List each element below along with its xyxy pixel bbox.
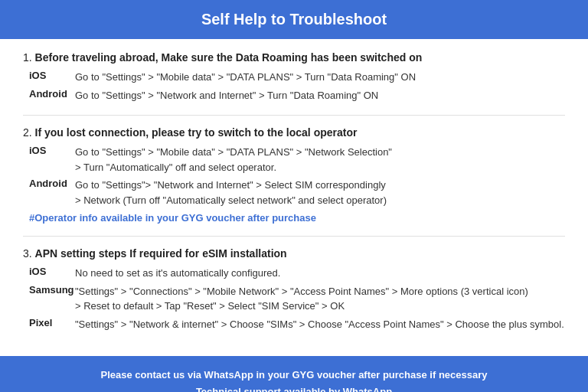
- platform-android-2: Android: [29, 178, 75, 193]
- footer-line1: Please contact us via WhatsApp in your G…: [15, 367, 573, 384]
- section-1: 1. Before traveling abroad, Make sure th…: [23, 51, 565, 103]
- ios-instruction-3: No need to set as it's automatically con…: [75, 266, 280, 281]
- ios-continuation-2: > Turn "Automatically" off and select op…: [29, 160, 565, 175]
- section-3: 3. APN setting steps If required for eSI…: [23, 236, 565, 332]
- section-2-android: Android Go to "Settings"> "Network and I…: [23, 178, 565, 207]
- platform-ios-3: iOS: [29, 266, 75, 281]
- section-2: 2. If you lost connection, please try to…: [23, 115, 565, 224]
- android-instruction-2: Go to "Settings"> "Network and Internet"…: [75, 178, 386, 193]
- pixel-instruction-3: "Settings" > "Network & internet" > Choo…: [75, 317, 564, 332]
- platform-android-1: Android: [29, 88, 75, 103]
- section-3-pixel: Pixel "Settings" > "Network & internet" …: [23, 317, 565, 332]
- operator-note: #Operator info available in your GYG vou…: [23, 212, 565, 224]
- page-footer: Please contact us via WhatsApp in your G…: [0, 356, 588, 392]
- section-1-android: Android Go to "Settings" > "Network and …: [23, 88, 565, 103]
- section-3-ios: iOS No need to set as it's automatically…: [23, 266, 565, 281]
- platform-pixel-3: Pixel: [29, 317, 75, 332]
- platform-samsung-3: Samsung: [29, 284, 75, 299]
- ios-instruction-1: Go to "Settings" > "Mobile data" > "DATA…: [75, 70, 416, 85]
- platform-ios-1: iOS: [29, 70, 75, 85]
- page-header: Self Help to Troubleshoot: [0, 0, 588, 39]
- section-2-ios: iOS Go to "Settings" > "Mobile data" > "…: [23, 145, 565, 175]
- section-1-title: 1. Before traveling abroad, Make sure th…: [23, 51, 565, 64]
- section-3-samsung: Samsung "Settings" > "Connections" > "Mo…: [23, 284, 565, 314]
- section-1-ios: iOS Go to "Settings" > "Mobile data" > "…: [23, 70, 565, 85]
- samsung-continuation-3: > Reset to default > Tap "Reset" > Selec…: [29, 299, 565, 314]
- android-instruction-1: Go to "Settings" > "Network and Internet…: [75, 88, 378, 103]
- footer-line2: Technical support available by WhatsApp: [15, 384, 573, 392]
- section-2-title: 2. If you lost connection, please try to…: [23, 126, 565, 139]
- page-title: Self Help to Troubleshoot: [15, 11, 573, 28]
- platform-ios-2: iOS: [29, 145, 75, 160]
- section-3-title: 3. APN setting steps If required for eSI…: [23, 247, 565, 260]
- ios-instruction-2: Go to "Settings" > "Mobile data" > "DATA…: [75, 145, 392, 160]
- samsung-instruction-3: "Settings" > "Connections" > "Mobile Net…: [75, 284, 528, 299]
- main-content: 1. Before traveling abroad, Make sure th…: [0, 39, 588, 356]
- android-continuation-2: > Network (Turn off "Automatically selec…: [29, 193, 565, 208]
